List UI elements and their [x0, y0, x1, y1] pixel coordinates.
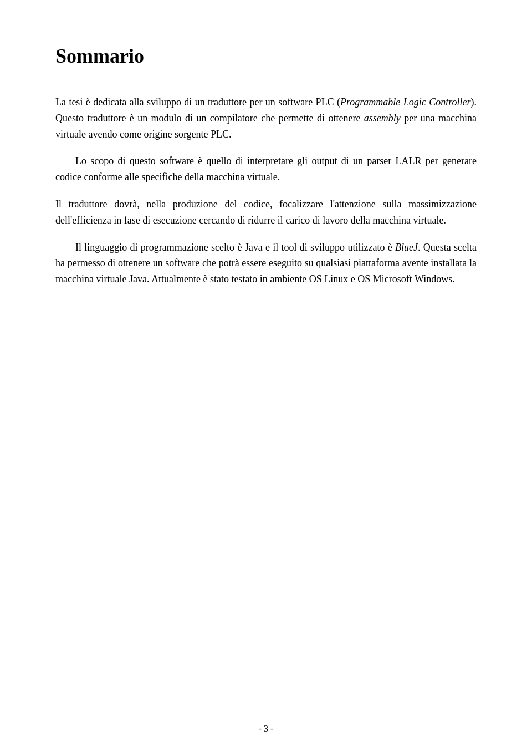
page-title: Sommario: [55, 44, 477, 68]
paragraph-2: Lo scopo di questo software è quello di …: [55, 153, 477, 185]
paragraph-3: Il traduttore dovrà, nella produzione de…: [55, 196, 477, 229]
p4-italic: BlueJ: [395, 242, 418, 253]
paragraph-4: Il linguaggio di programmazione scelto è…: [55, 240, 477, 287]
p1-text-1: La tesi è dedicata alla sviluppo di un t…: [55, 97, 340, 108]
paragraph-1: La tesi è dedicata alla sviluppo di un t…: [55, 94, 477, 142]
p1-italic-1: Programmable Logic Controller: [340, 97, 470, 108]
page: Sommario La tesi è dedicata alla svilupp…: [0, 0, 532, 756]
body-content: La tesi è dedicata alla sviluppo di un t…: [55, 94, 477, 287]
p4-text-1: Il linguaggio di programmazione scelto è…: [75, 242, 395, 253]
page-number: - 3 -: [259, 724, 274, 734]
p3-text: Il traduttore dovrà, nella produzione de…: [55, 199, 477, 226]
p1-italic-2: assembly: [364, 113, 401, 124]
p2-text: Lo scopo di questo software è quello di …: [55, 155, 477, 182]
